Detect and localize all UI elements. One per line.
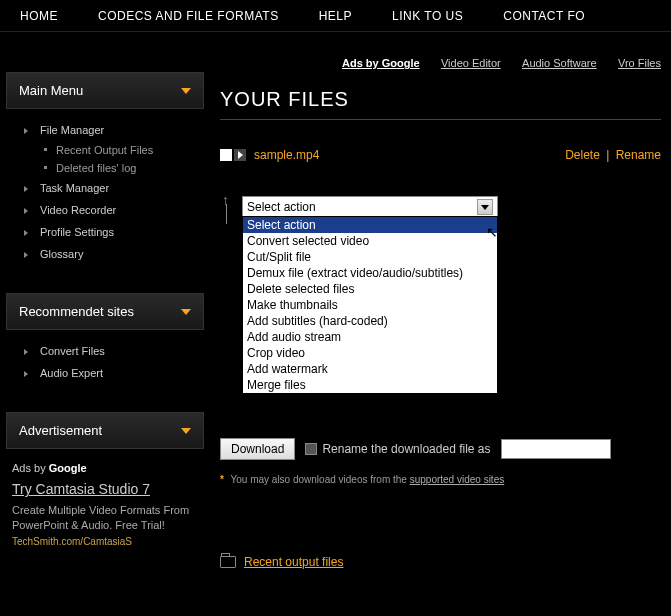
dropdown-option[interactable]: Add subtitles (hard-coded)	[243, 313, 497, 329]
action-select[interactable]: Select action	[242, 196, 498, 218]
rename-checkbox[interactable]	[305, 443, 317, 455]
recommended-header[interactable]: Recommendet sites	[6, 293, 204, 330]
separator: |	[606, 148, 609, 162]
main-content: Ads by Google Video Editor Audio Softwar…	[210, 32, 671, 579]
supported-sites-link[interactable]: supported video sites	[410, 474, 505, 485]
sidebar-item-audio-expert[interactable]: Audio Expert	[24, 362, 204, 384]
chevron-down-icon	[181, 428, 191, 434]
main-menu-title: Main Menu	[19, 83, 83, 98]
rename-input[interactable]	[501, 439, 611, 459]
dropdown-option[interactable]: Add watermark	[243, 361, 497, 377]
sidebar-item-video-recorder[interactable]: Video Recorder	[24, 199, 204, 221]
chevron-down-icon	[181, 88, 191, 94]
select-current-value: Select action	[247, 200, 316, 214]
dropdown-option[interactable]: Cut/Split file	[243, 249, 497, 265]
top-navigation: HOME CODECS AND FILE FORMATS HELP LINK T…	[0, 0, 671, 32]
dropdown-option[interactable]: Delete selected files	[243, 281, 497, 297]
dropdown-button-icon[interactable]	[477, 199, 493, 215]
sidebar-item-profile-settings[interactable]: Profile Settings	[24, 221, 204, 243]
play-icon[interactable]	[234, 149, 246, 161]
folder-icon	[220, 556, 236, 568]
asterisk-icon: *	[220, 474, 224, 485]
dropdown-option[interactable]: Convert selected video	[243, 233, 497, 249]
dropdown-option[interactable]: Merge files	[243, 377, 497, 393]
sidebar-item-file-manager[interactable]: File Manager	[24, 119, 204, 141]
checkbox-icon[interactable]	[220, 149, 232, 161]
google-brand: Google	[49, 462, 87, 474]
advertisement-content: Ads by Google Try Camtasia Studio 7 Crea…	[6, 449, 204, 561]
ad-link-vro-files[interactable]: Vro Files	[618, 57, 661, 69]
recommended-title: Recommendet sites	[19, 304, 134, 319]
dropdown-option[interactable]: Crop video	[243, 345, 497, 361]
ad-link-video-editor[interactable]: Video Editor	[441, 57, 501, 69]
sidebar-item-glossary[interactable]: Glossary	[24, 243, 204, 265]
ad-link-audio-software[interactable]: Audio Software	[522, 57, 597, 69]
nav-home[interactable]: HOME	[0, 9, 78, 23]
main-menu-header[interactable]: Main Menu	[6, 72, 204, 109]
rename-link[interactable]: Rename	[616, 148, 661, 162]
sidebar-subitem-deleted-log[interactable]: Deleted files' log	[24, 159, 204, 177]
footnote-text: You may also download videos from the	[231, 474, 410, 485]
nav-codecs[interactable]: CODECS AND FILE FORMATS	[78, 9, 299, 23]
dropdown-option[interactable]: Make thumbnails	[243, 297, 497, 313]
nav-link-to-us[interactable]: LINK TO US	[372, 9, 483, 23]
advertisement-header[interactable]: Advertisement	[6, 412, 204, 449]
file-name[interactable]: sample.mp4	[254, 148, 319, 162]
delete-link[interactable]: Delete	[565, 148, 600, 162]
up-arrow-icon: ↑	[222, 192, 229, 208]
sidebar: Main Menu File Manager Recent Output Fil…	[0, 32, 210, 579]
ad-url: TechSmith.com/CamtasiaS	[12, 536, 132, 547]
page-title: YOUR FILES	[220, 88, 661, 120]
sidebar-item-task-manager[interactable]: Task Manager	[24, 177, 204, 199]
dropdown-option[interactable]: Add audio stream	[243, 329, 497, 345]
rename-checkbox-label: Rename the downloaded file as	[322, 442, 490, 456]
dropdown-option[interactable]: Select action	[243, 217, 497, 233]
file-row: sample.mp4 Delete | Rename	[220, 120, 661, 172]
chevron-down-icon	[181, 309, 191, 315]
ad-title-link[interactable]: Try Camtasia Studio 7	[12, 480, 198, 500]
action-dropdown: Select action Convert selected video Cut…	[242, 216, 498, 394]
ads-by-google-link[interactable]: Ads by Google	[342, 57, 420, 69]
recent-output-files-link[interactable]: Recent output files	[244, 555, 343, 569]
sidebar-item-convert-files[interactable]: Convert Files	[24, 340, 204, 362]
footnote: * You may also download videos from the …	[220, 474, 661, 485]
ad-row: Ads by Google Video Editor Audio Softwar…	[220, 50, 661, 88]
sidebar-subitem-recent-output[interactable]: Recent Output Files	[24, 141, 204, 159]
action-select-area: ↑ Select action Select action Convert se…	[220, 196, 661, 218]
download-button[interactable]: Download	[220, 438, 295, 460]
dropdown-option[interactable]: Demux file (extract video/audio/subtitle…	[243, 265, 497, 281]
advertisement-title: Advertisement	[19, 423, 102, 438]
ads-by-label: Ads by	[12, 462, 49, 474]
nav-help[interactable]: HELP	[299, 9, 372, 23]
nav-contact[interactable]: CONTACT FO	[483, 9, 605, 23]
ad-description: Create Multiple Video Formats From Power…	[12, 503, 198, 534]
